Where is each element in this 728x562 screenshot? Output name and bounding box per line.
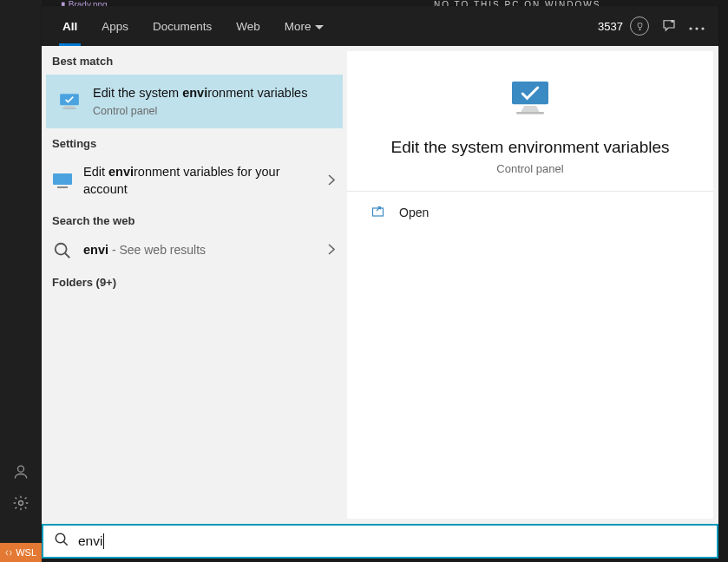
action-open-label: Open [399,206,429,219]
svg-rect-10 [57,186,68,188]
wsl-status-badge[interactable]: WSL [0,543,42,562]
search-topbar: All Apps Documents Web More 3537 [42,6,718,46]
monitor-check-icon [506,75,554,127]
svg-point-3 [689,27,692,29]
rewards-points[interactable]: 3537 [598,16,649,36]
result-best-match[interactable]: Edit the system environment variables Co… [46,75,343,128]
chevron-right-icon [328,174,335,188]
svg-point-11 [56,243,67,254]
result-subtitle: Control panel [93,104,310,119]
result-settings-env-user[interactable]: Edit environment variables for your acco… [42,157,347,205]
svg-point-5 [701,27,704,29]
tab-more[interactable]: More [272,6,336,46]
monitor-icon [52,172,73,191]
desktop-sidebar: WSL [0,0,42,562]
section-best-match: Best match [42,46,347,75]
svg-point-16 [56,533,65,543]
preview-column: Edit the system environment variables Co… [347,46,718,524]
preview-card: Edit the system environment variables Co… [347,51,713,519]
search-icon [54,532,69,551]
search-query-text: envi [78,533,102,549]
gear-icon[interactable] [12,494,30,515]
svg-point-4 [695,27,698,29]
section-folders: Folders (9+) [42,267,347,296]
svg-rect-7 [65,107,75,108]
section-web: Search the web [42,206,347,234]
search-icon [52,241,73,260]
svg-point-0 [18,466,24,472]
svg-rect-8 [62,108,75,109]
action-open[interactable]: Open [347,192,713,232]
preview-title: Edit the system environment variables [390,138,669,157]
chevron-right-icon [328,244,335,258]
result-title: envi - See web results [83,242,314,259]
bg-frag-right: NO TO THIS PC ON WINDOWS [434,0,600,5]
chat-icon[interactable] [661,17,677,36]
search-panel: All Apps Documents Web More 3537 [42,6,718,559]
result-web-search[interactable]: envi - See web results [42,234,347,267]
result-title: Edit the system environment variables [93,85,310,102]
svg-rect-14 [516,112,544,114]
more-options-icon[interactable] [689,20,705,33]
points-value: 3537 [598,20,623,33]
svg-rect-9 [53,173,72,185]
tab-more-label: More [285,20,312,33]
open-icon [371,204,387,220]
wsl-label: WSL [16,547,36,558]
search-box[interactable]: envi [42,524,718,559]
svg-point-2 [671,20,673,23]
chevron-down-icon [315,20,324,33]
trophy-icon [630,16,649,36]
tab-apps[interactable]: Apps [89,6,141,46]
tab-all[interactable]: All [50,6,89,46]
search-tabs: All Apps Documents Web More [42,6,336,46]
result-title: Edit environment variables for your acco… [83,164,314,198]
text-caret [103,533,104,549]
results-column: Best match Edit the system environment v… [42,46,347,524]
preview-subtitle: Control panel [496,162,563,175]
tab-documents[interactable]: Documents [141,6,224,46]
svg-rect-12 [512,82,548,104]
svg-point-1 [19,501,23,506]
tab-web[interactable]: Web [224,6,272,46]
search-input[interactable]: envi [78,533,706,549]
user-icon[interactable] [12,463,30,484]
svg-marker-13 [521,106,540,112]
section-settings: Settings [42,128,347,157]
monitor-check-icon [56,92,82,111]
